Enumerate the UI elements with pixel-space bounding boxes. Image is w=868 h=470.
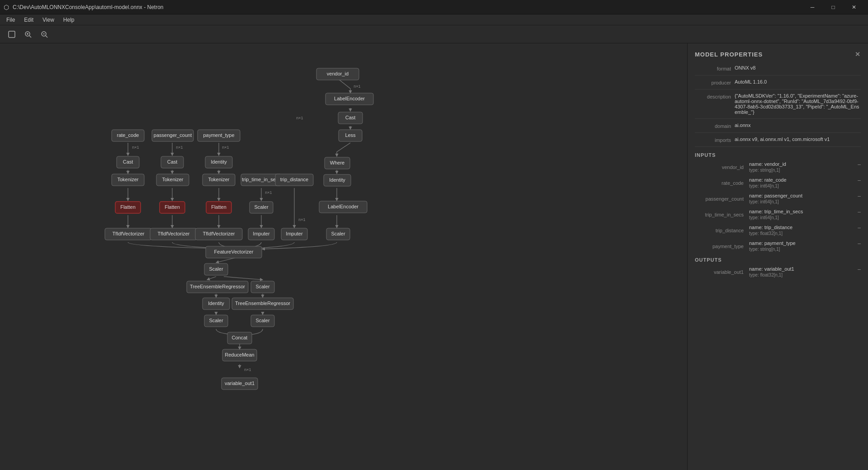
svg-text:n×1: n×1 [222,145,229,150]
svg-line-6 [46,36,47,38]
node-cast1[interactable]: Cast [117,156,139,168]
expand-vendor-id[interactable]: – [858,161,861,168]
svg-line-2 [29,36,31,38]
node-reduce-mean[interactable]: ReduceMean [222,349,257,361]
toolbar [0,25,868,43]
svg-text:TreeEnsembleRegressor: TreeEnsembleRegressor [190,284,245,289]
node-payment-type[interactable]: payment_type [198,130,240,141]
graph-canvas[interactable]: n×1 n×1 n×1 n×1 n×1 n×1 n×1 n×1 vendor_i… [0,43,687,470]
node-less[interactable]: Less [339,130,362,141]
node-tokenizer3[interactable]: Tokenizer [203,174,235,186]
expand-trip-distance[interactable]: – [858,225,861,231]
svg-text:variable_out1: variable_out1 [225,381,255,386]
svg-text:Flatten: Flatten [120,204,136,210]
svg-text:passenger_count: passenger_count [154,132,192,138]
input-name-vendor-id: name: vendor_id [749,161,786,168]
svg-text:Flatten: Flatten [211,204,226,210]
node-tfidf2[interactable]: TfIdfVectorizer [150,228,197,240]
expand-payment-type[interactable]: – [858,240,861,247]
svg-text:Tokenizer: Tokenizer [117,177,138,182]
svg-text:Scaler: Scaler [255,284,270,289]
maximize-button[interactable]: □ [823,0,844,14]
node-flatten2[interactable]: Flatten [160,202,185,213]
node-tree-ensemble2[interactable]: TreeEnsembleRegressor [232,298,293,310]
node-variable-out1[interactable]: variable_out1 [222,378,258,390]
prop-val-producer: AutoML 1.16.0 [735,79,861,85]
input-label-passenger-count: passenger_count [695,196,749,202]
node-tfidf3[interactable]: TfIdfVectorizer [195,228,242,240]
node-imputer2[interactable]: Imputer [281,228,307,240]
svg-text:ReduceMean: ReduceMean [225,352,254,357]
node-cast2[interactable]: Cast [161,156,184,168]
node-trip-distance[interactable]: trip_distance [275,174,313,186]
input-type-rate-code: type: int64[n,1] [749,183,861,188]
panel-header: MODEL PROPERTIES ✕ [695,51,861,58]
svg-text:Concat: Concat [232,335,248,340]
zoom-reset-button[interactable] [5,28,18,41]
svg-text:TreeEnsembleRegressor: TreeEnsembleRegressor [235,301,290,306]
close-button[interactable]: ✕ [844,0,864,14]
input-name-payment-type: name: payment_type [749,240,796,247]
expand-trip-time[interactable]: – [858,209,861,215]
node-scaler4[interactable]: Scaler [251,315,274,327]
node-tfidf1[interactable]: TfIdfVectorizer [105,228,152,240]
menu-view[interactable]: View [38,16,59,24]
zoom-in-button[interactable] [22,28,34,41]
minimize-button[interactable]: ─ [802,0,823,14]
panel-close-button[interactable]: ✕ [855,51,861,58]
node-vendor-id[interactable]: vendor_id [316,68,359,80]
expand-passenger-count[interactable]: – [858,193,861,199]
node-flatten1[interactable]: Flatten [115,202,141,213]
expand-variable-out1[interactable]: – [858,266,861,273]
outputs-section-title: OUTPUTS [695,257,861,263]
node-scaler2[interactable]: Scaler [251,281,274,293]
node-labelencoder-top[interactable]: LabelEncoder [326,93,373,105]
expand-rate-code[interactable]: – [858,177,861,183]
node-where[interactable]: Where [325,157,350,169]
node-passenger-count[interactable]: passenger_count [152,130,193,141]
node-scaler-right[interactable]: Scaler [326,228,350,240]
svg-text:trip_time_in_secs: trip_time_in_secs [242,177,281,182]
graph-svg: n×1 n×1 n×1 n×1 n×1 n×1 n×1 n×1 vendor_i… [0,43,687,470]
svg-text:Tokenizer: Tokenizer [162,177,183,182]
menu-edit[interactable]: Edit [19,16,38,24]
node-rate-code[interactable]: rate_code [112,130,144,141]
svg-text:vendor_id: vendor_id [327,71,349,76]
output-item-variable-out1: variable_out1 name: variable_out1 – type… [695,266,861,277]
svg-text:n×1: n×1 [176,145,183,150]
node-imputer1[interactable]: Imputer [248,228,274,240]
prop-val-domain: ai.onnx [735,122,861,129]
node-tokenizer1[interactable]: Tokenizer [112,174,144,186]
node-scaler3[interactable]: Scaler [204,315,228,327]
svg-text:Cast: Cast [167,159,178,164]
node-flatten3[interactable]: Flatten [206,202,231,213]
prop-val-description: {"AutoMLSDKVer": "1.16.0", "ExperimentNa… [735,93,861,115]
svg-text:Scaler: Scaler [254,204,269,210]
zoom-out-button[interactable] [38,28,51,41]
input-label-trip-time: trip_time_in_secs [695,212,749,217]
svg-text:TfIdfVectorizer: TfIdfVectorizer [158,231,190,236]
node-scaler-main[interactable]: Scaler [204,263,228,275]
node-identity-top[interactable]: Identity [324,174,351,186]
node-identity1[interactable]: Identity [205,156,232,168]
prop-row-domain: domain ai.onnx [695,122,861,133]
node-tree-ensemble1[interactable]: TreeEnsembleRegressor [187,281,248,293]
input-label-payment-type: payment_type [695,244,749,249]
node-scaler-trip-time[interactable]: Scaler [250,202,273,213]
input-name-passenger-count: name: passenger_count [749,193,802,199]
input-item-trip-distance: trip_distance name: trip_distance – type… [695,225,861,236]
menu-file[interactable]: File [2,16,19,24]
node-identity2[interactable]: Identity [203,298,230,310]
node-tokenizer2[interactable]: Tokenizer [156,174,189,186]
node-concat[interactable]: Concat [227,332,252,344]
svg-text:Scaler: Scaler [331,231,345,236]
properties-panel: MODEL PROPERTIES ✕ format ONNX v8 produc… [687,43,868,470]
menu-help[interactable]: Help [59,16,79,24]
input-item-passenger-count: passenger_count name: passenger_count – … [695,193,861,204]
prop-row-description: description {"AutoMLSDKVer": "1.16.0", "… [695,93,861,119]
svg-text:n×1: n×1 [298,217,305,222]
node-feature-vectorizer[interactable]: FeatureVectorizer [206,246,262,258]
node-labelencoder-right[interactable]: LabelEncoder [319,201,367,213]
prop-row-format: format ONNX v8 [695,65,861,75]
node-cast-top[interactable]: Cast [338,112,363,124]
